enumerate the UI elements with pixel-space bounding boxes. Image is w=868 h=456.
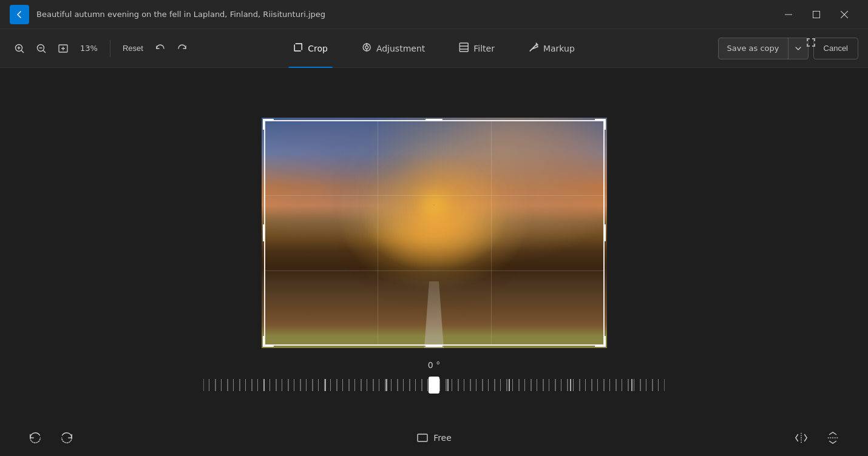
rotation-thumb[interactable] — [429, 377, 439, 394]
aspect-ratio-button[interactable]: Free — [409, 428, 459, 448]
crop-handle-bottom-right[interactable] — [595, 336, 606, 347]
crop-handle-bottom-left[interactable] — [263, 336, 274, 347]
zoom-out-button[interactable] — [32, 39, 51, 58]
crop-icon — [293, 42, 303, 55]
crop-handle-right-mid[interactable] — [595, 227, 606, 238]
file-title: Beautiful autumn evening on the fell in … — [36, 10, 775, 19]
fit-to-window-button[interactable] — [53, 39, 73, 58]
fullscreen-button[interactable] — [802, 34, 819, 51]
toolbar: 13% Reset — [0, 29, 868, 68]
tab-markup[interactable]: Markup — [512, 29, 592, 68]
rotate-right-button[interactable] — [56, 427, 78, 449]
rotate-left-button[interactable] — [24, 427, 46, 449]
svg-rect-18 — [459, 43, 468, 52]
window-controls — [775, 0, 858, 29]
main-content: 0 ° — [0, 68, 868, 456]
minimize-button[interactable] — [775, 0, 802, 29]
reset-button[interactable]: Reset — [118, 41, 148, 55]
markup-icon — [529, 42, 538, 55]
back-button[interactable] — [10, 5, 29, 24]
rotation-value: 0 ° — [428, 360, 440, 370]
tab-adjustment-label: Adjustment — [376, 44, 425, 53]
svg-rect-21 — [418, 434, 427, 441]
undo-button[interactable] — [151, 39, 170, 58]
bottom-left-controls — [24, 427, 78, 449]
zoom-in-button[interactable] — [10, 39, 29, 58]
save-as-copy-label: Save as copy — [719, 38, 788, 59]
toolbar-right: Save as copy Cancel — [718, 38, 858, 59]
toolbar-divider — [110, 40, 110, 57]
zoom-level: 13% — [75, 44, 103, 53]
svg-line-9 — [43, 50, 46, 53]
svg-rect-0 — [785, 14, 792, 15]
crop-handle-top-mid[interactable] — [429, 119, 439, 130]
undo-redo-controls — [151, 39, 192, 58]
svg-line-5 — [21, 50, 24, 53]
bottom-center-controls: Free — [409, 428, 459, 448]
tab-filter[interactable]: Filter — [442, 29, 512, 68]
svg-rect-1 — [813, 11, 820, 18]
tab-markup-label: Markup — [543, 44, 575, 53]
filter-icon — [459, 42, 469, 55]
bottom-toolbar: Free — [0, 420, 868, 456]
tab-crop-label: Crop — [308, 44, 328, 53]
crop-handle-left-mid[interactable] — [263, 227, 274, 238]
center-tabs: Crop Adjustment — [276, 29, 592, 68]
rotation-ruler[interactable] — [203, 376, 665, 394]
photo-canvas — [262, 118, 607, 348]
redo-button[interactable] — [172, 39, 192, 58]
flip-vertical-button[interactable] — [822, 427, 844, 449]
cancel-button[interactable]: Cancel — [813, 38, 858, 59]
tab-adjustment[interactable]: Adjustment — [345, 29, 442, 68]
bottom-right-controls — [790, 427, 844, 449]
title-bar: Beautiful autumn evening on the fell in … — [0, 0, 868, 29]
crop-handle-top-right[interactable] — [595, 119, 606, 130]
close-button[interactable] — [830, 0, 858, 29]
rotation-area: 0 ° — [203, 360, 665, 394]
adjustment-icon — [362, 42, 371, 55]
tab-filter-label: Filter — [473, 44, 495, 53]
flip-horizontal-button[interactable] — [790, 427, 812, 449]
save-as-copy-button[interactable]: Save as copy — [718, 38, 809, 59]
crop-handle-top-left[interactable] — [263, 119, 274, 130]
crop-handle-bottom-mid[interactable] — [429, 336, 439, 347]
ruler-track — [203, 379, 665, 391]
crop-overlay[interactable] — [262, 118, 607, 348]
maximize-button[interactable] — [802, 0, 830, 29]
svg-point-15 — [365, 45, 368, 49]
crop-border — [264, 120, 605, 346]
zoom-controls: 13% Reset — [10, 39, 192, 58]
tab-crop[interactable]: Crop — [276, 29, 345, 68]
image-container — [262, 118, 607, 348]
free-label: Free — [433, 433, 452, 443]
